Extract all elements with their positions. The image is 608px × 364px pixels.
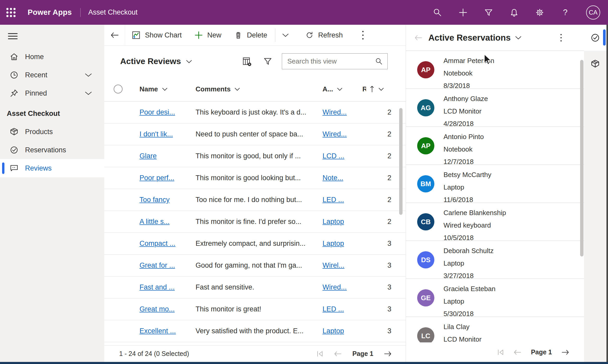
selected-indicator [2, 162, 4, 174]
sidebar-item-reservations[interactable]: Reservations [0, 141, 104, 159]
clock-icon [9, 70, 19, 80]
delete-button[interactable]: Delete [228, 25, 273, 46]
column-header-comments[interactable]: Comments [196, 85, 323, 93]
review-name-link[interactable]: Great mo... [139, 305, 175, 313]
review-name-link[interactable]: Too fancy [139, 196, 170, 204]
review-name-link[interactable]: I don't lik... [139, 130, 173, 138]
list-item[interactable]: AG Anthony Glaze LCD Monitor 4/28/2018 [406, 89, 584, 127]
list-item[interactable]: BM Betsy McCarthy Laptop 11/6/2018 [406, 165, 584, 203]
list-item[interactable]: LC Lila Clay LCD Monitor [406, 317, 584, 342]
select-all-checkbox[interactable] [113, 84, 123, 94]
grid-body: Poor desi... This keyboard is just okay.… [104, 102, 406, 342]
list-item[interactable]: DS Deborah Schultz Laptop 3/27/2018 [406, 241, 584, 279]
refresh-icon [305, 31, 314, 40]
rail-products-tab[interactable] [584, 51, 606, 77]
panel-back-arrow-icon[interactable] [414, 34, 423, 42]
search-icon[interactable] [433, 8, 442, 17]
table-row[interactable]: Glare This monitor is good, but only if … [104, 145, 406, 167]
table-row[interactable]: A little s... This monitor is fine. I'd … [104, 211, 406, 233]
add-icon[interactable] [458, 8, 468, 17]
rail-reservations-tab[interactable] [584, 25, 606, 51]
next-page-icon[interactable] [383, 350, 392, 357]
sidebar-item-pinned[interactable]: Pinned [0, 84, 104, 102]
list-item[interactable]: CB Carlene Blankenship Wired keyboard 10… [406, 203, 584, 241]
asset-link[interactable]: Wired... [323, 283, 347, 291]
list-item[interactable]: AP Antonio Pinto Notebook 12/7/2018 [406, 127, 584, 165]
asset-link[interactable]: Wired... [323, 108, 347, 116]
chevron-down-icon[interactable] [84, 73, 92, 77]
settings-gear-icon[interactable] [535, 8, 544, 17]
refresh-button[interactable]: Refresh [299, 25, 349, 46]
table-row[interactable]: Great for ... Good for gaming, not that … [104, 255, 406, 277]
asset-link[interactable]: LED ... [323, 196, 344, 204]
table-row[interactable]: Poor perf... This monitor is good lookin… [104, 167, 406, 189]
notifications-bell-icon[interactable] [509, 8, 519, 17]
sidebar-item-home[interactable]: Home [0, 48, 104, 66]
previous-page-icon[interactable] [333, 350, 342, 357]
view-selector[interactable]: Active Reviews [120, 57, 181, 66]
asset-link[interactable]: Wired... [323, 130, 347, 138]
table-row[interactable]: Excellent ... Very satisfied with the pr… [104, 320, 406, 342]
list-item[interactable]: AP Ammar Peterson Notebook 8/3/2018 [406, 51, 584, 89]
refresh-label: Refresh [318, 31, 343, 39]
edit-columns-icon[interactable] [242, 56, 252, 67]
chevron-down-icon[interactable] [84, 91, 92, 96]
first-page-icon[interactable] [497, 348, 504, 356]
table-row[interactable]: Too fancy Too nice for me. I do nothing … [104, 189, 406, 211]
review-comment-cell: This monitor is good, but only if ... [196, 152, 323, 160]
review-name-link[interactable]: Poor desi... [139, 108, 175, 116]
hamburger-menu-icon[interactable] [0, 25, 104, 48]
column-header-asset[interactable]: A... [323, 85, 362, 93]
table-row[interactable]: Poor desi... This keyboard is just okay.… [104, 102, 406, 123]
more-commands-icon[interactable] [355, 25, 371, 46]
new-button[interactable]: New [188, 25, 228, 46]
table-row[interactable]: I don't lik... Need to push center of sp… [104, 123, 406, 145]
review-name-link[interactable]: Glare [139, 152, 157, 160]
filter-view-icon[interactable] [263, 57, 272, 66]
asset-link[interactable]: LCD ... [323, 152, 344, 160]
asset-link[interactable]: Wirel... [323, 261, 344, 269]
back-button[interactable] [104, 25, 125, 46]
delete-split-chevron[interactable] [277, 25, 294, 46]
view-chevron-down-icon[interactable] [186, 59, 192, 64]
previous-page-icon[interactable] [513, 349, 522, 356]
sidebar-item-recent[interactable]: Recent [0, 66, 104, 84]
review-name-link[interactable]: Fast and ... [139, 283, 175, 291]
filter-icon[interactable] [484, 8, 493, 17]
asset-link[interactable]: Note... [323, 174, 343, 182]
search-input[interactable] [287, 57, 375, 65]
column-header-name[interactable]: Name [139, 85, 196, 93]
asset-link[interactable]: Laptop [323, 327, 344, 335]
panel-more-icon[interactable] [560, 33, 562, 42]
panel-scrollbar-thumb[interactable] [580, 60, 583, 256]
next-page-icon[interactable] [561, 349, 570, 356]
asset-link[interactable]: LED ... [323, 305, 344, 313]
review-name-link[interactable]: Poor perf... [139, 174, 174, 182]
waffle-menu-icon[interactable] [0, 0, 22, 25]
sidebar-item-reviews[interactable]: Reviews [0, 159, 104, 177]
list-item[interactable]: GE Graciela Esteban Laptop 5/30/2018 [406, 279, 584, 317]
review-name-link[interactable]: Great for ... [139, 261, 175, 269]
grid-scrollbar-thumb[interactable] [399, 108, 403, 215]
sidebar-item-products[interactable]: Products [0, 123, 104, 141]
bottom-bar [0, 362, 608, 364]
first-page-icon[interactable] [316, 350, 324, 358]
table-row[interactable]: Great mo... This monitor is great! LED .… [104, 298, 406, 320]
account-avatar[interactable]: CA [586, 5, 600, 20]
asset-link[interactable]: Laptop [323, 240, 344, 247]
app-title[interactable]: Asset Checkout [88, 8, 138, 16]
panel-view-selector[interactable]: Active Reservations [428, 33, 510, 43]
panel-view-chevron-icon[interactable] [515, 35, 522, 40]
review-name-link[interactable]: Excellent ... [139, 327, 176, 335]
review-name-link[interactable]: Compact ... [139, 240, 175, 247]
column-header-rating[interactable]: R [362, 85, 392, 93]
search-icon[interactable] [375, 57, 383, 66]
table-row[interactable]: Fast and ... Fast and sensitive. Wired..… [104, 277, 406, 298]
help-icon[interactable]: ? [561, 8, 570, 17]
asset-link[interactable]: Laptop [323, 218, 344, 225]
review-name-link[interactable]: A little s... [139, 218, 170, 225]
table-row[interactable]: Compact ... Extremely compact, and surpr… [104, 233, 406, 255]
show-chart-button[interactable]: Show Chart [125, 25, 188, 46]
brand-name[interactable]: Power Apps [28, 8, 72, 17]
reservation-product: Laptop [443, 257, 494, 269]
